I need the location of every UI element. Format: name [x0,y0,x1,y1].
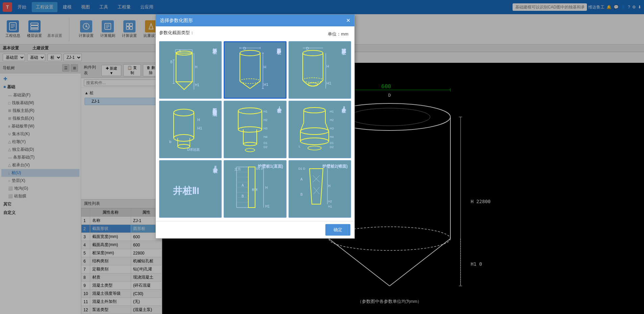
shape-card-circle-pile[interactable]: 圆形桩 D [224,41,286,99]
shape-label-long-circle-pile: 长圆柱桩球冠底 [212,104,218,109]
svg-point-110 [300,128,329,135]
svg-text:H: H [264,65,266,69]
svg-text:A: A [242,184,244,187]
svg-point-59 [240,50,260,56]
svg-text:B: B [170,60,173,64]
svg-point-97 [243,142,257,146]
dialog-close-icon[interactable]: ✕ [346,17,350,24]
shape-label-support-pile-2: 护壁桩2(锥面) [322,164,348,169]
svg-text:H1: H1 [326,81,331,85]
svg-point-114 [308,146,321,150]
svg-text:D球冠底: D球冠底 [187,148,200,151]
svg-text:L: L [299,145,300,148]
svg-text:H1: H1 [195,83,199,87]
svg-text:井桩ⅡI: 井桩ⅡI [173,185,199,196]
svg-text:H: H [265,186,268,190]
dialog-overlay: 选择参数化图形 ✕ 参数化截面类型： 单位：mm 矩形桩 A [0,0,644,314]
shape-label-sphere-pile: 球冠形桩 [341,45,347,47]
svg-point-91 [238,108,262,114]
svg-text:H1: H1 [330,110,334,113]
dialog: 选择参数化图形 ✕ 参数化截面类型： 单位：mm 矩形桩 A [155,14,355,239]
shape-label-circle-pile: 圆形桩 [276,45,282,47]
svg-point-113 [300,138,329,145]
shape-card-support-pile-1[interactable]: 护壁桩1(直面) 土方 [224,160,286,218]
shape-label-well-pile-3: 井桩ⅡI [212,164,218,173]
svg-text:H3: H3 [330,127,334,130]
svg-text:H2: H2 [330,118,334,122]
svg-line-63 [250,81,260,89]
svg-text:b: b [169,140,171,144]
shape-card-support-pile-2[interactable]: 护壁桩2(锥面) D1 D A B [289,160,351,218]
svg-point-75 [303,78,323,82]
svg-text:B: B [300,193,303,196]
svg-text:D1: D1 [330,141,334,145]
svg-text:D1 D: D1 D [298,167,305,170]
dialog-title-text: 选择参数化图形 [160,18,193,24]
svg-text:D1: D1 [264,141,268,145]
shape-label-well-pile-1: 井桩Ⅰ [276,104,282,111]
svg-point-83 [174,135,194,141]
svg-point-80 [174,109,194,116]
svg-text:土方: 土方 [234,167,241,171]
svg-text:D2: D2 [264,145,268,149]
shape-label-well-pile-2: 井桩Ⅱ [341,104,347,111]
shape-card-well-pile-3[interactable]: 井桩ⅡI 井桩ⅡI [159,160,222,218]
svg-marker-143 [309,169,323,204]
svg-text:H2: H2 [264,118,268,122]
svg-point-94 [238,127,262,132]
svg-text:H: H [326,64,329,68]
dialog-section-label: 参数化截面类型： [159,30,194,36]
svg-marker-50 [176,82,192,90]
svg-text:H2: H2 [328,200,332,203]
svg-text:D: D [243,46,246,50]
svg-point-64 [240,79,260,83]
svg-text:H4: H4 [264,135,268,139]
svg-text:H3: H3 [264,127,268,130]
svg-text:H1: H1 [197,126,202,130]
svg-point-72 [303,50,323,56]
shape-card-well-pile-2[interactable]: 井桩Ⅱ [289,101,351,158]
svg-text:H1: H1 [264,110,268,113]
svg-rect-124 [248,167,255,208]
confirm-button[interactable]: 确定 [325,224,350,236]
shape-card-sphere-pile[interactable]: 球冠形桩 D H [289,41,351,99]
svg-text:B: B [242,194,244,198]
svg-point-98 [245,148,255,152]
svg-text:A: A [300,177,303,181]
svg-text:H: H [328,184,330,188]
shape-card-rect-pile[interactable]: 矩形桩 A B [159,41,222,99]
svg-text:D2: D2 [330,145,334,149]
dialog-title: 选择参数化图形 ✕ [156,15,354,26]
shape-label-support-pile-1: 护壁桩1(直面) [258,164,283,169]
svg-point-105 [304,107,325,113]
svg-text:H1: H1 [265,204,270,208]
svg-text:H1: H1 [264,82,268,87]
svg-text:桩体: 桩体 [251,188,258,191]
svg-text:H: H [195,65,197,69]
shape-card-long-circle-pile[interactable]: 长圆柱桩球冠底 H H1 [159,101,222,158]
unit-label: 单位：mm [325,30,351,39]
svg-text:H: H [197,118,200,122]
svg-text:H4: H4 [330,135,334,139]
svg-rect-48 [176,53,192,82]
shape-grid: 矩形桩 A B [159,41,351,218]
shape-card-well-pile-1[interactable]: 井桩Ⅰ H1 H2 [224,101,286,158]
svg-text:H1: H1 [328,205,332,208]
svg-text:D: D [306,46,309,50]
dialog-footer: 确定 [156,221,354,238]
dialog-body: 参数化截面类型： 单位：mm 矩形桩 A B [156,26,354,221]
shape-label-rect-pile: 矩形桩 [212,45,218,47]
